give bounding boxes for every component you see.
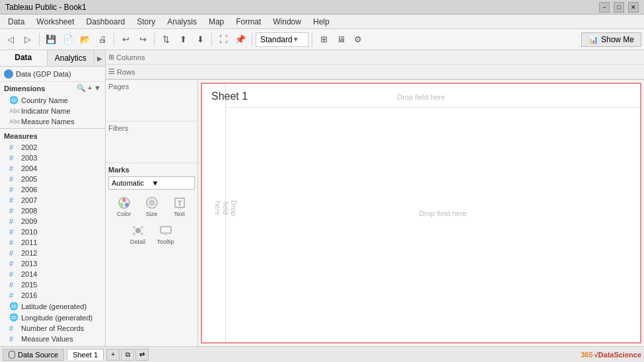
toolbar-forward-btn[interactable]: ▷ xyxy=(20,32,36,48)
sheet1-tab[interactable]: Sheet 1 xyxy=(67,349,104,360)
toolbar-open-btn[interactable]: 📂 xyxy=(77,32,93,48)
toolbar-pin-btn[interactable]: 📌 xyxy=(233,32,248,48)
tab-analytics[interactable]: Analytics xyxy=(48,51,95,65)
marks-size-button[interactable]: Size xyxy=(139,194,164,219)
toolbar-print-btn[interactable]: 🖨 xyxy=(94,32,110,48)
menu-item-map[interactable]: Map xyxy=(203,16,229,28)
columns-drop-area[interactable] xyxy=(155,50,641,64)
maximize-button[interactable]: □ xyxy=(614,2,624,13)
toolbar-present-btn[interactable]: ⊞ xyxy=(316,32,332,48)
data-source-label[interactable]: Data (GDP Data) xyxy=(0,67,105,82)
toolbar-save-btn[interactable]: 💾 xyxy=(43,32,59,48)
panel-divider xyxy=(0,128,105,129)
menu-item-data[interactable]: Data xyxy=(3,16,30,28)
menu-item-story[interactable]: Story xyxy=(131,16,161,28)
pages-content[interactable] xyxy=(108,92,195,118)
hash-icon: # xyxy=(9,143,18,151)
menu-item-analysis[interactable]: Analysis xyxy=(162,16,202,28)
toolbar-new-btn[interactable]: 📄 xyxy=(60,32,76,48)
left-workspace: Pages Filters Marks Automatic ▼ xyxy=(106,80,198,346)
marks-color-button[interactable]: Color xyxy=(112,194,137,219)
measure-2014[interactable]: #2014 xyxy=(0,269,105,279)
toolbar-redo-btn[interactable]: ↪ xyxy=(135,32,151,48)
measure-2007[interactable]: #2007 xyxy=(0,195,105,205)
measure-latitude-(generated)[interactable]: 🌐Latitude (generated) xyxy=(0,301,105,312)
tooltip-icon xyxy=(158,223,174,238)
dimension-country-name[interactable]: 🌐 Country Name xyxy=(0,94,105,106)
dimensions-search-icon[interactable]: 🔍 xyxy=(77,84,86,92)
measure-2004[interactable]: #2004 xyxy=(0,163,105,174)
measure-2006[interactable]: #2006 xyxy=(0,184,105,195)
menu-item-format[interactable]: Format xyxy=(231,16,266,28)
menu-item-window[interactable]: Window xyxy=(268,16,306,28)
hash-icon: # xyxy=(9,249,18,257)
show-me-button[interactable]: 📊 Show Me xyxy=(581,32,641,47)
menu-item-help[interactable]: Help xyxy=(308,16,335,28)
measure-2005[interactable]: #2005 xyxy=(0,174,105,184)
svg-point-12 xyxy=(141,233,143,235)
dimension-measure-names[interactable]: Abc Measure Names xyxy=(0,116,105,127)
toolbar-view-dropdown[interactable]: Standard ▼ xyxy=(256,32,308,47)
measure-2008[interactable]: #2008 xyxy=(0,205,105,216)
toolbar-fit-btn[interactable]: ⛶ xyxy=(215,32,231,48)
toolbar-sep-6 xyxy=(312,33,312,46)
close-button[interactable]: ✕ xyxy=(628,2,639,13)
measure-2010[interactable]: #2010 xyxy=(0,227,105,237)
title-bar: Tableau Public - Book1 − □ ✕ xyxy=(0,0,644,15)
toolbar-undo-btn[interactable]: ↩ xyxy=(118,32,133,48)
svg-point-5 xyxy=(149,199,155,206)
toolbar-share-btn[interactable]: ⚙ xyxy=(350,32,366,48)
measure-2016[interactable]: #2016 xyxy=(0,290,105,301)
data-source-tab[interactable]: Data Source xyxy=(3,349,64,361)
pages-section: Pages xyxy=(106,80,197,122)
abc-icon: Abc xyxy=(9,108,18,114)
measure-2015[interactable]: #2015 xyxy=(0,279,105,290)
sheet-title: Sheet 1 xyxy=(211,90,248,102)
marks-tooltip-button[interactable]: Tooltip xyxy=(153,221,178,246)
toolbar-sep-4 xyxy=(211,33,212,46)
measure-2003[interactable]: #2003 xyxy=(0,153,105,163)
pages-label: Pages xyxy=(108,83,195,90)
filters-content[interactable] xyxy=(108,133,195,160)
detail-icon xyxy=(130,223,146,238)
measure-2002[interactable]: #2002 xyxy=(0,142,105,153)
menu-item-worksheet[interactable]: Worksheet xyxy=(31,16,79,28)
dimensions-add-icon[interactable]: + xyxy=(88,84,92,92)
hash-icon: # xyxy=(9,217,18,225)
svg-point-1 xyxy=(122,198,126,202)
svg-point-8 xyxy=(135,228,141,233)
toolbar-sort-asc-btn[interactable]: ⬆ xyxy=(175,32,191,48)
hash-icon: # xyxy=(9,207,18,215)
canvas-area[interactable]: Sheet 1 Drop field here Drop field here … xyxy=(201,83,641,344)
hash-icon: # xyxy=(9,186,18,194)
measure-number-of-records[interactable]: #Number of Records xyxy=(0,323,105,334)
drop-field-center: Drop field here xyxy=(419,209,467,217)
panel-expand-icon[interactable]: ▶ xyxy=(94,50,105,66)
dimension-indicator-name[interactable]: Abc Indicator Name xyxy=(0,106,105,116)
marks-detail-button[interactable]: Detail xyxy=(125,221,151,246)
measure-2013[interactable]: #2013 xyxy=(0,258,105,269)
move-sheet-btn[interactable]: ⇄ xyxy=(135,349,149,361)
dimensions-expand-icon[interactable]: ▼ xyxy=(94,84,101,92)
marks-type-dropdown[interactable]: Automatic ▼ xyxy=(108,176,195,190)
measure-2009[interactable]: #2009 xyxy=(0,216,105,227)
toolbar-swap-btn[interactable]: ⇅ xyxy=(158,32,174,48)
toolbar-sort-desc-btn[interactable]: ⬇ xyxy=(192,32,208,48)
filters-label: Filters xyxy=(108,124,195,132)
toolbar-device-btn[interactable]: 🖥 xyxy=(333,32,349,48)
rows-drop-area[interactable] xyxy=(155,65,641,79)
measure-2011[interactable]: #2011 xyxy=(0,237,105,248)
new-sheet-btn[interactable]: + xyxy=(106,349,120,361)
bottom-bar: Data Source Sheet 1 + ⧉ ⇄ 365 √DataScien… xyxy=(0,346,644,362)
toolbar-back-btn[interactable]: ◁ xyxy=(3,32,18,48)
menu-item-dashboard[interactable]: Dashboard xyxy=(81,16,131,28)
marks-text-button[interactable]: T Text xyxy=(167,194,192,219)
measure-longitude-(generated)[interactable]: 🌐Longitude (generated) xyxy=(0,312,105,323)
measure-2012[interactable]: #2012 xyxy=(0,248,105,258)
minimize-button[interactable]: − xyxy=(599,2,610,13)
toolbar-sep-2 xyxy=(114,33,114,46)
duplicate-sheet-btn[interactable]: ⧉ xyxy=(121,349,134,361)
measure-measure-values[interactable]: #Measure Values xyxy=(0,334,105,344)
menu-bar: Data Worksheet Dashboard Story Analysis … xyxy=(0,15,644,29)
tab-data[interactable]: Data xyxy=(0,50,48,66)
